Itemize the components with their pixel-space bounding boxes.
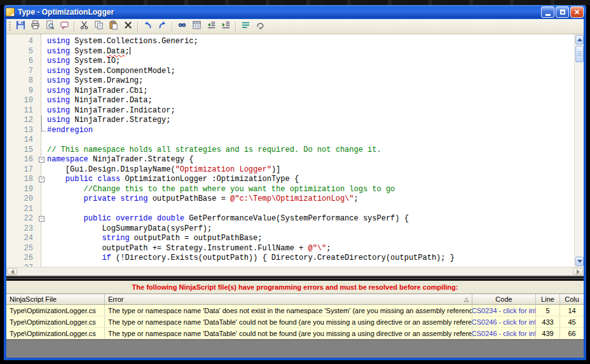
horizontal-scrollbar[interactable] (6, 267, 584, 276)
left-arrow-icon (11, 269, 14, 274)
code-text: using System.Collections.Generic; (47, 37, 574, 47)
line-number: 4 (6, 37, 38, 47)
scroll-right-button[interactable] (573, 268, 583, 275)
fold-margin (38, 135, 47, 145)
code-text: using NinjaTrader.Strategy; (47, 116, 574, 126)
scroll-left-button[interactable] (7, 268, 17, 275)
toolbar-separator (74, 22, 75, 32)
editor-toolbar (6, 19, 584, 34)
fold-margin (38, 205, 47, 215)
window-frame: 4using System.Collections.Generic;5using… (4, 19, 586, 360)
save-button[interactable] (13, 20, 28, 33)
line-number: 8 (6, 76, 38, 86)
window-controls: ✕ (541, 6, 584, 18)
fold-collapse-icon[interactable]: - (39, 157, 45, 163)
error-code-link[interactable]: CS0234 - click for inf (472, 305, 536, 316)
fold-margin (38, 116, 47, 126)
paste-icon (109, 20, 118, 32)
code-line: 17 [Gui.Design.DisplayName("Optimization… (6, 165, 574, 175)
error-row[interactable]: Type\OptimizationLogger.csThe type or na… (6, 328, 584, 339)
code-line: 7using System.ComponentModel; (6, 67, 574, 77)
fold-margin (38, 224, 47, 234)
format-lines-button[interactable] (238, 20, 253, 33)
fold-margin (38, 126, 47, 136)
minimize-button[interactable] (541, 6, 554, 18)
paste-button[interactable] (106, 20, 121, 33)
line-number: 20 (6, 194, 38, 205)
redo-icon (158, 20, 167, 32)
code-text: using System.Data; (47, 47, 574, 57)
delete-button[interactable] (121, 20, 135, 33)
title-bar[interactable]: Type - OptimizationLogger ✕ (4, 5, 586, 19)
code-line: 4using System.Collections.Generic; (6, 37, 574, 47)
error-code-link[interactable]: CS0246 - click for inf (472, 328, 536, 339)
error-code-link[interactable]: CS0246 - click for inf (472, 316, 536, 327)
file-cell: Type\OptimizationLogger.cs (6, 305, 105, 316)
line-number: 11 (6, 106, 38, 116)
code-text: using System.ComponentModel; (47, 67, 574, 77)
column-header-label: Error (108, 295, 123, 303)
copy-button[interactable] (92, 20, 106, 33)
undo-button[interactable] (141, 20, 155, 33)
app-icon (6, 8, 15, 17)
sort-ascending-icon: △ (464, 296, 469, 302)
column-header-code[interactable]: Code (472, 294, 536, 304)
column-header-error[interactable]: Error△ (105, 294, 472, 304)
background-window-strip (0, 0, 590, 5)
line-cell: 439 (536, 328, 560, 339)
maximize-button[interactable] (556, 6, 569, 18)
column-header-line[interactable]: Line (536, 294, 560, 304)
collapse-regions-button[interactable] (253, 20, 268, 33)
find-button[interactable] (175, 20, 189, 33)
column-header-label: NinjaScript File (10, 295, 57, 303)
fold-margin (38, 86, 47, 97)
down-arrow-icon (577, 260, 582, 263)
code-line: 21 (6, 205, 574, 215)
code-editor[interactable]: 4using System.Collections.Generic;5using… (6, 34, 584, 267)
line-number: 18 (6, 175, 38, 185)
print-preview-button[interactable] (43, 20, 57, 33)
panel-splitter[interactable] (6, 276, 584, 281)
close-button[interactable]: ✕ (570, 6, 584, 18)
code-line: 20 private string outputPathBase = @"c:\… (6, 194, 574, 205)
code-line: 19 //Change this to the path where you w… (6, 185, 574, 195)
code-line: 9using NinjaTrader.Cbi; (6, 86, 574, 97)
collapse-regions-icon (256, 20, 265, 32)
line-number: 7 (6, 67, 38, 77)
compile-error-message: The following NinjaScript file(s) have p… (6, 281, 584, 293)
error-row[interactable]: Type\OptimizationLogger.csThe type or na… (6, 316, 584, 328)
vertical-scrollbar[interactable] (574, 34, 584, 267)
comment-button[interactable] (57, 20, 72, 33)
outdent-button[interactable] (204, 20, 219, 33)
line-number: 26 (6, 253, 38, 264)
fold-margin (38, 234, 47, 244)
outdent-icon (207, 20, 216, 32)
code-text: public override double GetPerformanceVal… (47, 214, 574, 224)
template-icon (192, 20, 202, 32)
redo-button[interactable] (155, 20, 170, 33)
vertical-scroll-thumb[interactable] (575, 46, 584, 62)
fold-collapse-icon[interactable]: - (39, 177, 45, 182)
fold-collapse-icon[interactable]: - (39, 216, 45, 222)
scroll-up-button[interactable] (575, 35, 584, 44)
line-number: 6 (6, 57, 38, 67)
line-number: 15 (6, 145, 38, 156)
error-row[interactable]: Type\OptimizationLogger.csThe type or na… (6, 305, 584, 316)
text-caret (130, 47, 130, 55)
code-text: namespace NinjaTrader.Strategy { (47, 155, 574, 165)
up-arrow-icon (577, 38, 582, 41)
code-line: 8using System.Drawing; (6, 76, 574, 86)
column-header-colu[interactable]: Colu (560, 294, 584, 304)
line-number: 9 (6, 86, 38, 97)
error-cell: The type or namespace name 'Data' does n… (105, 305, 472, 316)
scroll-down-button[interactable] (575, 257, 584, 266)
template-button[interactable] (189, 20, 204, 33)
print-button[interactable] (28, 20, 43, 33)
comment-icon (60, 20, 69, 32)
indent-button[interactable] (219, 20, 233, 33)
column-header-ninjascript-file[interactable]: NinjaScript File (6, 294, 105, 304)
cut-button[interactable] (77, 20, 92, 33)
fold-margin: - (38, 155, 47, 165)
line-number: 19 (6, 185, 38, 195)
toolbar-grip[interactable] (9, 22, 11, 32)
